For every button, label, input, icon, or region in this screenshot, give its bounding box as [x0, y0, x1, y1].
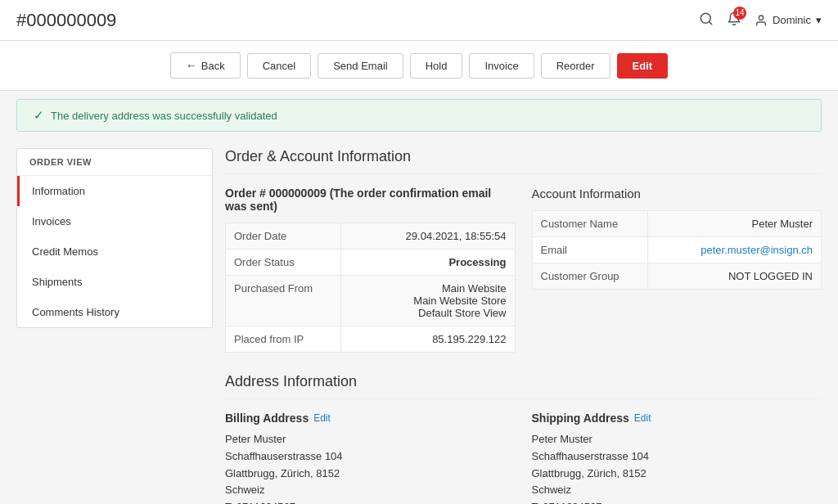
- sidebar-header: ORDER VIEW: [17, 149, 212, 176]
- user-name: Dominic: [773, 14, 811, 26]
- send-email-button[interactable]: Send Email: [318, 53, 403, 79]
- account-info-panel: Account Information Customer Name Peter …: [532, 187, 822, 353]
- order-account-section-title: Order & Account Information: [225, 148, 822, 174]
- chevron-down-icon: ▾: [816, 14, 822, 26]
- header-actions: 14 Dominic ▾: [699, 11, 822, 29]
- content-area: Order & Account Information Order # 0000…: [225, 148, 822, 504]
- toolbar: ← Back Cancel Send Email Hold Invoice Re…: [0, 41, 838, 91]
- order-date-label: Order Date: [226, 223, 341, 250]
- order-status-label: Order Status: [226, 250, 341, 276]
- check-icon: ✓: [34, 108, 44, 123]
- hold-button[interactable]: Hold: [410, 53, 463, 79]
- billing-edit-link[interactable]: Edit: [313, 412, 331, 424]
- sidebar-item-comments-history[interactable]: Comments History: [17, 297, 212, 327]
- search-icon[interactable]: [699, 11, 714, 29]
- placed-from-ip-label: Placed from IP: [226, 326, 341, 353]
- edit-button[interactable]: Edit: [617, 53, 669, 79]
- cancel-button[interactable]: Cancel: [247, 53, 311, 79]
- notification-badge: 14: [733, 7, 746, 20]
- customer-group-label: Customer Group: [532, 263, 647, 290]
- table-row: Email peter.muster@insign.ch: [532, 237, 822, 263]
- table-row: Purchased From Main Website Main Website…: [226, 276, 516, 326]
- purchased-from-label: Purchased From: [226, 276, 341, 326]
- alert-message: The delivery address was successfully va…: [51, 110, 277, 122]
- table-row: Order Date 29.04.2021, 18:55:54: [226, 223, 516, 250]
- shipping-address-title: Shipping Address Edit: [532, 412, 822, 425]
- shipping-edit-link[interactable]: Edit: [634, 412, 651, 424]
- main-content: ORDER VIEW Information Invoices Credit M…: [0, 140, 838, 504]
- success-alert: ✓ The delivery address was successfully …: [16, 99, 822, 132]
- account-panel-title: Account Information: [532, 187, 822, 200]
- table-row: Customer Name Peter Muster: [532, 211, 822, 237]
- sidebar-item-credit-memos[interactable]: Credit Memos: [17, 236, 212, 267]
- order-account-grid: Order # 000000009 (The order confirmatio…: [225, 187, 822, 353]
- customer-name-label: Customer Name: [532, 211, 647, 237]
- order-date-value: 29.04.2021, 18:55:54: [341, 223, 515, 250]
- address-section-title: Address Information: [225, 373, 822, 399]
- order-panel-title: Order # 000000009 (The order confirmatio…: [225, 187, 516, 213]
- table-row: Customer Group NOT LOGGED IN: [532, 263, 822, 290]
- shipping-address-text: Peter MusterSchaffhauserstrasse 104Glatt…: [532, 431, 822, 504]
- sidebar: ORDER VIEW Information Invoices Credit M…: [16, 148, 213, 328]
- shipping-address-panel: Shipping Address Edit Peter MusterSchaff…: [532, 412, 822, 504]
- purchased-from-value: Main Website Main Website Store Default …: [341, 276, 515, 326]
- email-label: Email: [532, 237, 647, 263]
- table-row: Order Status Processing: [226, 250, 516, 276]
- order-info-panel: Order # 000000009 (The order confirmatio…: [225, 187, 516, 353]
- sidebar-item-invoices[interactable]: Invoices: [17, 206, 212, 236]
- order-status-value: Processing: [341, 250, 515, 276]
- billing-address-title: Billing Address Edit: [225, 412, 516, 425]
- email-link[interactable]: peter.muster@insign.ch: [701, 244, 813, 256]
- header: #000000009 14 Dominic ▾: [0, 0, 838, 41]
- address-grid: Billing Address Edit Peter MusterSchaffh…: [225, 412, 822, 504]
- sidebar-item-information[interactable]: Information: [17, 176, 212, 206]
- back-button[interactable]: ← Back: [170, 52, 241, 79]
- billing-address-panel: Billing Address Edit Peter MusterSchaffh…: [225, 412, 516, 504]
- notifications-icon[interactable]: 14: [727, 11, 741, 29]
- customer-group-value: NOT LOGGED IN: [647, 263, 821, 290]
- reorder-button[interactable]: Reorder: [541, 53, 610, 79]
- placed-from-ip-value: 85.195.229.122: [341, 326, 515, 353]
- user-menu[interactable]: Dominic ▾: [755, 14, 822, 27]
- customer-name-value: Peter Muster: [647, 211, 821, 237]
- back-arrow-icon: ←: [186, 59, 197, 72]
- billing-address-text: Peter MusterSchaffhauserstrasse 104Glatt…: [225, 431, 516, 504]
- page-title: #000000009: [16, 10, 116, 31]
- svg-point-2: [759, 16, 763, 20]
- table-row: Placed from IP 85.195.229.122: [226, 326, 516, 353]
- account-info-table: Customer Name Peter Muster Email peter.m…: [532, 210, 822, 290]
- svg-line-1: [710, 21, 712, 24]
- email-value: peter.muster@insign.ch: [647, 237, 821, 263]
- sidebar-item-shipments[interactable]: Shipments: [17, 267, 212, 297]
- invoice-button[interactable]: Invoice: [469, 53, 534, 79]
- order-info-table: Order Date 29.04.2021, 18:55:54 Order St…: [225, 223, 516, 353]
- address-section: Address Information Billing Address Edit…: [225, 373, 822, 504]
